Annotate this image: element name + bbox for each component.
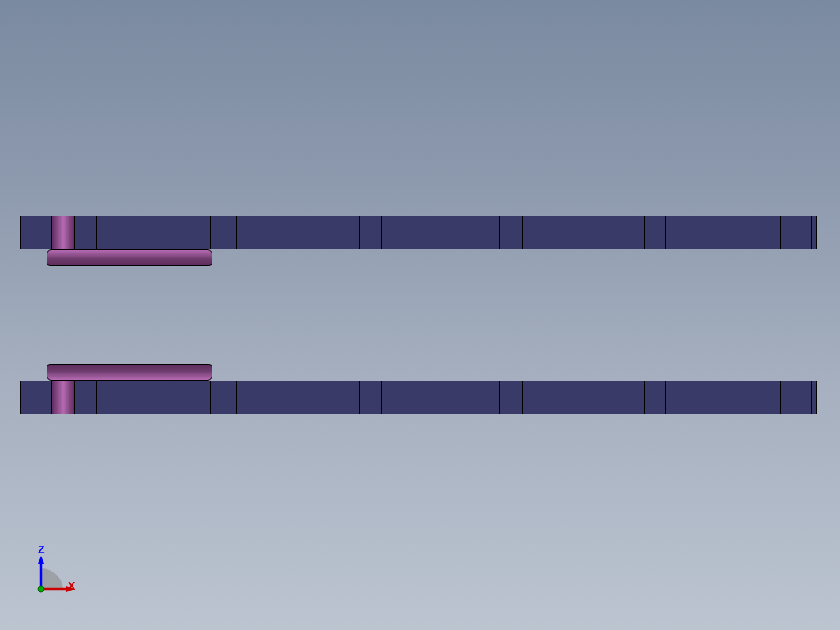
bar-segment	[781, 381, 812, 414]
bar-segment	[812, 381, 818, 414]
svg-marker-1	[38, 556, 44, 564]
axis-label-z: Z	[38, 543, 45, 556]
lower-flange	[47, 364, 212, 381]
axis-label-x: X	[68, 579, 75, 592]
bar-segment	[500, 381, 523, 414]
bar-segment	[382, 381, 500, 414]
upper-flange	[47, 249, 212, 266]
cad-3d-viewport[interactable]: Z X	[0, 0, 840, 630]
bar-segment	[97, 381, 211, 414]
upper-bar	[20, 216, 817, 249]
bar-segment	[523, 216, 645, 249]
bar-segment	[781, 216, 812, 249]
bar-segment	[812, 216, 818, 249]
bar-segment	[211, 381, 237, 414]
lower-bar	[20, 381, 817, 414]
bar-segment	[645, 216, 666, 249]
bar-segment	[360, 216, 382, 249]
bar-segment	[211, 216, 237, 249]
bar-segment	[360, 381, 382, 414]
bar-segment	[645, 381, 666, 414]
bar-segment	[97, 216, 211, 249]
svg-point-4	[38, 586, 44, 592]
coordinate-triad: Z X	[32, 551, 79, 598]
bar-segment	[523, 381, 645, 414]
upper-pin	[51, 216, 75, 249]
bar-segment	[666, 381, 781, 414]
bar-segment	[666, 216, 781, 249]
bar-segment	[21, 216, 52, 249]
bar-segment	[237, 381, 360, 414]
bar-segment	[500, 216, 523, 249]
bar-segment	[21, 381, 52, 414]
bar-segment	[237, 216, 360, 249]
bar-segment	[382, 216, 500, 249]
lower-pin	[51, 381, 75, 414]
